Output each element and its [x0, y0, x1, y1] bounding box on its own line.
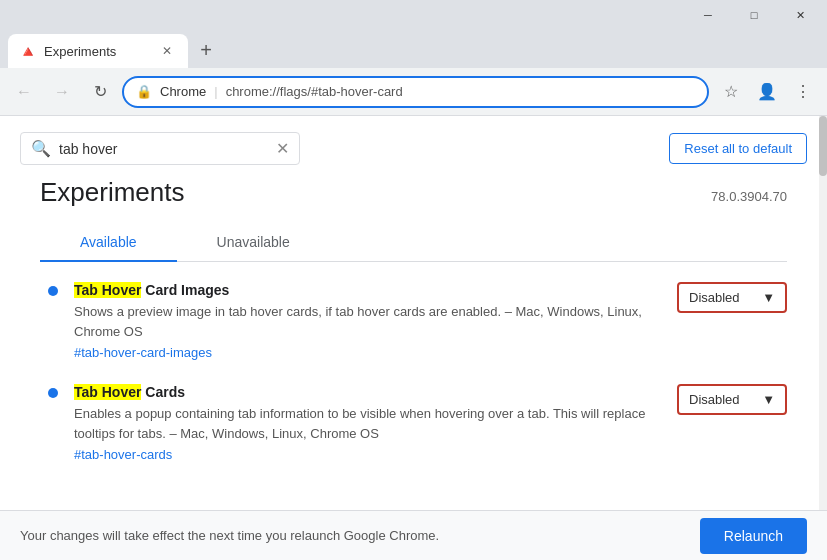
experiment-name-highlight-2: Tab Hover: [74, 384, 141, 400]
search-icon: 🔍: [31, 139, 51, 158]
addressbar-right: ☆ 👤 ⋮: [715, 76, 819, 108]
experiment-desc-2: Enables a popup containing tab informati…: [74, 404, 661, 443]
reset-all-button[interactable]: Reset all to default: [669, 133, 807, 164]
scrollbar[interactable]: [819, 116, 827, 510]
maximize-button[interactable]: □: [731, 0, 777, 30]
experiment-name-2: Tab Hover Cards: [74, 384, 661, 400]
experiment-desc-1: Shows a preview image in tab hover cards…: [74, 302, 661, 341]
experiment-select-arrow-2: ▼: [762, 392, 775, 407]
back-button[interactable]: ←: [8, 76, 40, 108]
addressbar: ← → ↻ 🔒 Chrome | chrome://flags/#tab-hov…: [0, 68, 827, 116]
experiment-dot-2: [48, 388, 58, 398]
experiment-link-2[interactable]: #tab-hover-cards: [74, 447, 661, 462]
experiment-name-suffix-1: Card Images: [141, 282, 229, 298]
tab-available[interactable]: Available: [40, 224, 177, 262]
search-box[interactable]: 🔍 ✕: [20, 132, 300, 165]
experiments-header: Experiments 78.0.3904.70: [40, 177, 787, 208]
minimize-button[interactable]: ─: [685, 0, 731, 30]
search-area: 🔍 ✕ Reset all to default: [0, 116, 827, 177]
experiment-name-suffix-2: Cards: [141, 384, 185, 400]
tab-unavailable[interactable]: Unavailable: [177, 224, 330, 262]
refresh-button[interactable]: ↻: [84, 76, 116, 108]
experiment-item-1: Tab Hover Card Images Shows a preview im…: [40, 282, 787, 360]
experiment-select-arrow-1: ▼: [762, 290, 775, 305]
section-tabs: Available Unavailable: [40, 224, 787, 262]
experiment-select-label-2: Disabled: [689, 392, 740, 407]
experiments-content: Experiments 78.0.3904.70 Available Unava…: [0, 177, 827, 462]
page-content: 🔍 ✕ Reset all to default Experiments 78.…: [0, 116, 827, 510]
experiment-control-2[interactable]: Disabled ▼: [677, 384, 787, 415]
new-tab-button[interactable]: +: [192, 36, 220, 64]
lock-icon: 🔒: [136, 84, 152, 99]
address-bar[interactable]: 🔒 Chrome | chrome://flags/#tab-hover-car…: [122, 76, 709, 108]
experiment-info-2: Tab Hover Cards Enables a popup containi…: [74, 384, 661, 462]
experiment-dot-1: [48, 286, 58, 296]
tab-close-button[interactable]: ✕: [158, 42, 176, 60]
tabbar: 🔺 Experiments ✕ +: [0, 30, 827, 68]
profile-button[interactable]: 👤: [751, 76, 783, 108]
forward-button[interactable]: →: [46, 76, 78, 108]
bottom-bar: Your changes will take effect the next t…: [0, 510, 827, 560]
active-tab[interactable]: 🔺 Experiments ✕: [8, 34, 188, 68]
experiment-control-1[interactable]: Disabled ▼: [677, 282, 787, 313]
tab-favicon: 🔺: [20, 43, 36, 59]
bookmark-button[interactable]: ☆: [715, 76, 747, 108]
experiment-select-2[interactable]: Disabled ▼: [677, 384, 787, 415]
version-text: 78.0.3904.70: [711, 189, 787, 204]
menu-button[interactable]: ⋮: [787, 76, 819, 108]
page-title: Experiments: [40, 177, 185, 208]
scrollbar-thumb[interactable]: [819, 116, 827, 176]
close-button[interactable]: ✕: [777, 0, 823, 30]
tab-title: Experiments: [44, 44, 150, 59]
experiment-name-1: Tab Hover Card Images: [74, 282, 661, 298]
titlebar: ─ □ ✕: [0, 0, 827, 30]
site-name: Chrome: [160, 84, 206, 99]
search-clear-icon[interactable]: ✕: [276, 139, 289, 158]
experiment-select-1[interactable]: Disabled ▼: [677, 282, 787, 313]
relaunch-button[interactable]: Relaunch: [700, 518, 807, 554]
search-input[interactable]: [59, 141, 268, 157]
experiment-name-highlight-1: Tab Hover: [74, 282, 141, 298]
experiment-info-1: Tab Hover Card Images Shows a preview im…: [74, 282, 661, 360]
url-divider: |: [214, 84, 217, 99]
experiment-select-label-1: Disabled: [689, 290, 740, 305]
experiment-item-2: Tab Hover Cards Enables a popup containi…: [40, 384, 787, 462]
bottom-message: Your changes will take effect the next t…: [20, 528, 439, 543]
experiment-link-1[interactable]: #tab-hover-card-images: [74, 345, 661, 360]
url-text: chrome://flags/#tab-hover-card: [226, 84, 695, 99]
window-controls: ─ □ ✕: [685, 0, 823, 30]
